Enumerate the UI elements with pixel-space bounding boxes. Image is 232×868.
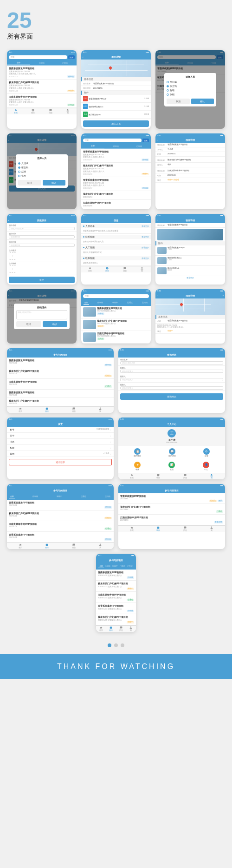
tab-home-16[interactable]: 首页 xyxy=(118,473,145,479)
icon-me[interactable]: 👤 个人 xyxy=(203,462,209,470)
overflow-tab-p1[interactable]: 待审核 xyxy=(97,301,104,305)
tab-home-1[interactable]: 首页 xyxy=(7,108,25,114)
part-13d[interactable]: 管委系统案发PPP项目组 2017/01/04 xyxy=(7,390,114,398)
tab19-all[interactable]: 全部 xyxy=(98,564,104,568)
modal-opt-1[interactable]: 女汪斌 xyxy=(167,80,214,84)
part-17d[interactable]: 管委系统案发PPP项目组 2017/01/04 待审核 xyxy=(7,532,114,543)
setting-15a[interactable]: 账号 13800000000 › xyxy=(7,427,114,433)
join-btn-1[interactable]: 加入人员 xyxy=(83,120,149,127)
part-17a[interactable]: 管委系统案发PPP项目组 2017/01/01 待审核 xyxy=(7,500,114,510)
input-14a[interactable]: 请输入项目名称 xyxy=(120,361,223,364)
setting-15c[interactable]: 消息 › xyxy=(7,439,114,445)
part-18c[interactable]: 江南支票绿半月PPP项目组 2017/01/03 查看详情 xyxy=(118,515,225,525)
tab19-1[interactable]: 待审核 xyxy=(104,564,111,568)
list-5a[interactable]: 管委系统案发PPP项目组 提案发布时间:2017/01/01提案负责人: 提案人… xyxy=(81,149,151,163)
setting-15e[interactable]: 其他 v1.0.0 › xyxy=(7,451,114,457)
attach-9b[interactable]: 项目说明文档.doc 1.1MB xyxy=(155,256,225,266)
icon-feedback[interactable]: 📝 反馈 xyxy=(168,462,175,470)
info-8c[interactable]: 项目人工客服联系方式 xyxy=(81,250,151,255)
part-19d[interactable]: 管委系统案发PPP项目组 2017/01/04 提案发布人数:2人 待审核 xyxy=(96,603,136,614)
list-item-3[interactable]: 江南支票绿半月PPP项目组 提案发布时间:2017/01/03提案负责人:赵六 … xyxy=(7,94,77,108)
icon-star[interactable]: ★ 收藏 xyxy=(134,462,141,470)
search-input-11[interactable]: 搜索 xyxy=(83,294,149,298)
upload-file-btn[interactable]: + xyxy=(9,265,16,273)
part-13e[interactable]: 被发布的门户幻象PPP项目组 2017/01/05 xyxy=(7,398,114,406)
tab-msg-13[interactable]: 消息 xyxy=(60,407,87,413)
radio-2[interactable] xyxy=(167,85,169,87)
list-item-1[interactable]: 管委系统案发PPP项目组 提案发布时间:2017/01/01提案负责人:王小虎 … xyxy=(7,66,77,80)
radio-1[interactable] xyxy=(167,81,169,83)
reason-input[interactable]: 请输入拒绝理由... xyxy=(16,310,67,319)
tab-home-8[interactable]: 首页 xyxy=(81,266,99,272)
part-19a[interactable]: 管委系统案发PPP项目组 2017/01/01 提案发布人数:5人 待审核 xyxy=(96,570,136,581)
sign-out-btn[interactable]: 退出登录 xyxy=(9,459,112,465)
tab-project-16[interactable]: 项目 xyxy=(145,473,172,479)
tab-me-18[interactable]: 我 xyxy=(199,526,226,532)
tab17-all[interactable]: 全部 xyxy=(9,495,15,498)
list-item-2[interactable]: 被发布的门户幻象PPP项目组 提案发布时间:2017/01/02提案负责人:李四… xyxy=(7,80,77,93)
modal-opt-4d[interactable]: 张刚 xyxy=(18,174,66,178)
file-item-1[interactable]: PDF 管委系统案发PPP.pdf 2.3MB xyxy=(81,95,151,103)
input-project-area[interactable]: 请选择区域 xyxy=(9,244,75,247)
tab-msg-17[interactable]: 消息 xyxy=(60,543,87,549)
tab-project-19[interactable]: 项目 xyxy=(106,626,116,632)
list-5e[interactable]: 江南支票绿半月PPP项目组 2017/01/05 xyxy=(81,200,151,209)
tab-msg-8[interactable]: 消息 xyxy=(116,266,134,272)
list-11c[interactable]: 江南支票绿半月PPP项目组 2017/01/03 提案人数:8人 已完成 xyxy=(81,331,151,344)
part-19b[interactable]: 被发布的门户幻象PPP项目组 2017/01/02 提案发布人数:3人 审核中 xyxy=(96,581,136,592)
tab-me-19[interactable]: 我 xyxy=(126,626,136,632)
tab-home-17[interactable]: 首页 xyxy=(7,543,34,549)
input-project-name[interactable]: 请输入项目名称 xyxy=(9,227,75,230)
modal-opt-4a[interactable]: 女汪斌 xyxy=(18,161,66,166)
tab-me-16[interactable]: 我 xyxy=(199,473,226,479)
see-more-9[interactable]: 查看更多 xyxy=(155,276,225,280)
tab-home-19[interactable]: 首页 xyxy=(96,626,106,632)
input-14b[interactable]: 请选择提案人 xyxy=(120,370,223,373)
icon-msg[interactable]: 💬 我的消息 xyxy=(168,448,176,457)
search-btn-5[interactable]: 搜索 xyxy=(142,139,149,142)
tab-pending[interactable]: 待审核 xyxy=(30,60,53,65)
tab-msg-16[interactable]: 消息 xyxy=(172,473,199,479)
search-input-5[interactable]: 搜索 xyxy=(83,139,142,142)
radio-4[interactable] xyxy=(167,93,169,96)
tab17-3[interactable]: 已通过 xyxy=(80,495,87,498)
overflow-tab-p2[interactable]: 审核中 xyxy=(111,301,119,305)
modal-confirm-1[interactable]: 确认 xyxy=(191,99,214,104)
tab-all[interactable]: 全部 xyxy=(7,60,30,65)
icon-setting[interactable]: ⚙ 设置 xyxy=(203,448,210,457)
tab19-3[interactable]: 已通过 xyxy=(119,564,126,568)
input-project-time[interactable]: 请选择时间 xyxy=(9,235,75,239)
tab-home-13[interactable]: 首页 xyxy=(7,407,34,413)
info-8d[interactable]: 请联系相关负责人 xyxy=(81,260,151,266)
tab-project-17[interactable]: 项目 xyxy=(34,543,61,549)
tab-msg-18[interactable]: 消息 xyxy=(172,526,199,532)
tab17-1[interactable]: 待审核 xyxy=(32,495,39,498)
list-5b[interactable]: 被发布的门户幻象PPP项目组 提案发布时间:2017/01/02提案负责人: 提… xyxy=(81,163,151,177)
tab5-done[interactable]: 已审核 xyxy=(128,144,151,148)
tab-msg-19[interactable]: 消息 xyxy=(116,626,126,632)
modal-opt-3[interactable]: 赵晴 xyxy=(167,88,214,93)
tab5-pending[interactable]: 待审核 xyxy=(104,144,128,148)
search-input-1[interactable]: 搜索 xyxy=(9,55,67,59)
tab-project-1[interactable]: 项目 xyxy=(25,108,42,114)
part-19c[interactable]: 江南支票绿半月PPP项目组 2017/01/03 提案发布人数:8人 已通过 xyxy=(96,592,136,603)
overflow-tab-p3[interactable]: 已通过 xyxy=(126,301,134,305)
tab-approved[interactable]: 已审核 xyxy=(53,60,77,65)
list-5d[interactable]: 被发布的门户幻象PPP项目组 2017/01/04 xyxy=(81,191,151,200)
input-14d[interactable]: 请选择提案人 xyxy=(120,386,223,390)
part-17b[interactable]: 被发布的门户幻象PPP项目组 2017/01/02 已提交 xyxy=(7,510,114,521)
tab19-2[interactable]: 审核中 xyxy=(111,564,119,568)
tab-me-17[interactable]: 我 xyxy=(87,543,114,549)
tab-me-13[interactable]: 我 xyxy=(87,407,114,413)
tab17-2[interactable]: 审核中 xyxy=(56,495,63,498)
list-11a[interactable]: 管委系统案发PPP项目组 2017/01/01 提案人数:5人 待审核 xyxy=(81,306,151,318)
tab-info-8[interactable]: i 信息 xyxy=(99,266,116,272)
overflow-tab-p4[interactable]: 已拒绝 xyxy=(141,301,148,305)
radio-3[interactable] xyxy=(167,89,169,92)
tab-project-13[interactable]: 项目 xyxy=(34,407,61,413)
tab-home-18[interactable]: 首页 xyxy=(118,526,145,532)
search-btn-14[interactable]: 查询对比 xyxy=(120,393,223,400)
list-11b[interactable]: 被发布的门户幻象PPP项目组 2017/01/02 提案人数:3人 审核中 xyxy=(81,318,151,331)
search-btn-1[interactable]: 搜索 xyxy=(68,55,75,59)
tab-me-8[interactable]: 我 xyxy=(134,266,151,272)
